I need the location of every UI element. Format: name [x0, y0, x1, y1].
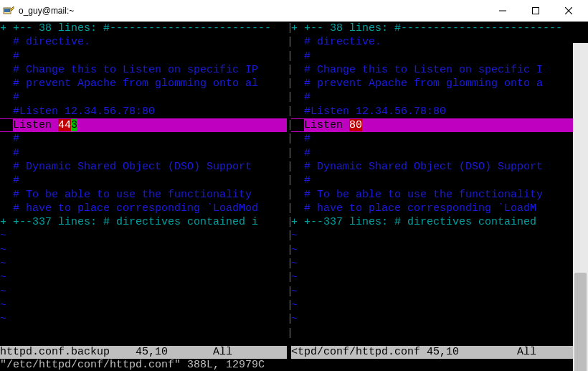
empty-line: ~	[291, 313, 298, 325]
scrollbar-thumb[interactable]	[574, 273, 587, 371]
fold-line[interactable]: + +--337 lines: # directives contained i	[0, 215, 287, 229]
text-line: #	[304, 133, 310, 145]
empty-line: ~	[291, 271, 298, 283]
text-line: # directive.	[13, 36, 90, 48]
text-line: #	[304, 147, 310, 159]
text-line: # Dynamic Shared Object (DSO) Support	[13, 161, 252, 173]
vim-status-bar: httpd.conf.backup 45,10 All <tpd/conf/ht…	[0, 346, 573, 359]
empty-line: ~	[291, 230, 298, 242]
status-pct-left: All	[213, 346, 232, 358]
empty-line: ~	[0, 230, 6, 242]
text-line: # directive.	[304, 36, 381, 48]
text-line: # prevent Apache from glomming onto a	[304, 78, 543, 90]
empty-line: ~	[291, 299, 298, 311]
text-line: # To be able to use the functionality	[304, 189, 543, 201]
status-filename-left: httpd.conf.backup	[0, 346, 110, 358]
text-line: # Change this to Listen on specific I	[304, 64, 543, 76]
text-line: # have to place corresponding `LoadMod	[13, 202, 258, 215]
text-line: # Dynamic Shared Object (DSO) Support	[304, 161, 543, 173]
fold-line[interactable]: + +-- 38 lines: #-----------------------…	[291, 22, 573, 35]
minimize-button[interactable]	[486, 0, 519, 22]
vim-pane-right[interactable]: + +-- 38 lines: #-----------------------…	[291, 22, 573, 346]
close-button[interactable]	[552, 0, 585, 22]
maximize-button[interactable]	[519, 0, 552, 22]
text-line: #Listen 12.34.56.78:80	[13, 105, 155, 118]
status-pct-right: All	[517, 346, 536, 358]
text-line: #	[304, 91, 310, 103]
text-line: # prevent Apache from glomming onto al	[13, 78, 258, 90]
text-line: #	[13, 133, 19, 145]
terminal[interactable]: + +-- 38 lines: #-----------------------…	[0, 22, 588, 371]
diff-line: Listen 443	[0, 118, 287, 132]
empty-line: ~	[0, 258, 6, 270]
window-buttons	[486, 0, 585, 22]
empty-line: ~	[0, 271, 6, 283]
diff-line: Listen 80	[291, 118, 573, 132]
fold-line[interactable]: + +--337 lines: # directives contained	[291, 215, 573, 229]
empty-line: ~	[291, 258, 298, 270]
status-pos-right: 45,10	[427, 346, 459, 358]
empty-line: ~	[0, 244, 6, 256]
svg-rect-1	[4, 9, 10, 12]
empty-line: ~	[0, 313, 6, 325]
svg-rect-3	[533, 8, 539, 14]
empty-line: ~	[291, 286, 298, 298]
vim-pane-left[interactable]: + +-- 38 lines: #-----------------------…	[0, 22, 287, 346]
vim-command-line[interactable]: "/etc/httpd/conf/httpd.conf" 388L, 12979…	[0, 359, 573, 371]
text-line: #	[304, 50, 310, 62]
text-line: #	[13, 174, 19, 187]
text-line: #	[13, 91, 19, 103]
text-line: #	[13, 50, 19, 62]
window-title: o_guy@mail:~	[19, 6, 74, 16]
text-line: # To be able to use the functionality	[13, 189, 252, 201]
text-line: # Change this to Listen on specific IP	[13, 64, 258, 76]
text-line: # have to place corresponding `LoadM	[304, 202, 536, 215]
empty-line: ~	[291, 244, 298, 256]
status-filename-right: <tpd/conf/httpd.conf	[291, 346, 420, 358]
text-line: #	[304, 174, 310, 187]
status-pos-left: 45,10	[136, 346, 168, 358]
putty-icon	[3, 5, 14, 17]
text-line: #	[13, 147, 19, 159]
scrollbar[interactable]	[573, 43, 588, 371]
empty-line: ~	[0, 286, 6, 298]
empty-line: ~	[0, 299, 6, 311]
text-line: #Listen 12.34.56.78:80	[304, 105, 446, 118]
fold-line[interactable]: + +-- 38 lines: #-----------------------…	[0, 22, 287, 35]
window-titlebar: o_guy@mail:~	[0, 0, 588, 22]
